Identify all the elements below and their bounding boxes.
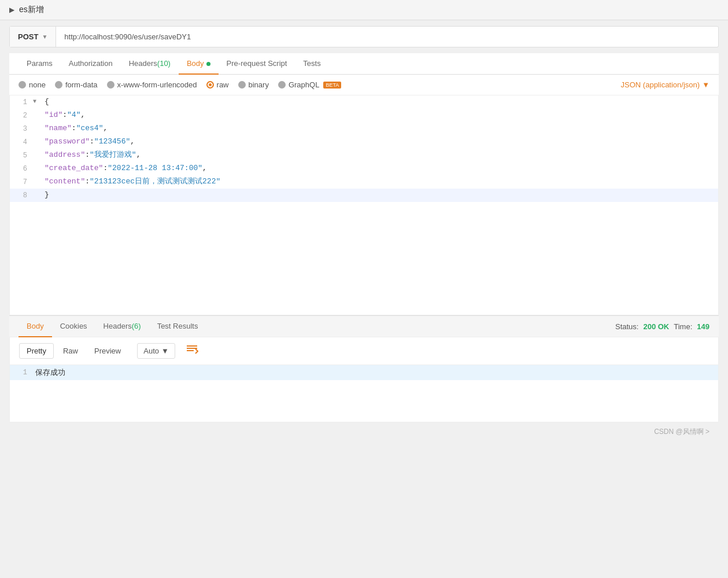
radio-none [19, 81, 26, 89]
auto-chevron: ▼ [161, 347, 169, 355]
method-chevron: ▼ [42, 34, 47, 40]
tab-headers[interactable]: Headers(10) [121, 53, 179, 75]
section-title: es新增 [19, 5, 44, 15]
request-tabs: Params Authorization Headers(10) Body Pr… [9, 53, 719, 75]
watermark: CSDN @风情啊 > [9, 422, 719, 441]
preview-button[interactable]: Preview [87, 344, 128, 358]
code-editor[interactable]: 1▼{2 "id":"4",3 "name":"ces4",4 "passwor… [9, 95, 719, 315]
code-line: 8} [10, 189, 718, 202]
radio-binary [238, 81, 246, 89]
resp-line: 1保存成功 [10, 365, 718, 380]
tab-body[interactable]: Body [179, 53, 219, 75]
tab-tests[interactable]: Tests [295, 53, 328, 75]
format-select[interactable]: JSON (application/json) ▼ [621, 80, 709, 89]
code-line: 3 "name":"ces4", [10, 122, 718, 135]
method-select[interactable]: POST ▼ [10, 27, 56, 47]
code-line: 4 "password":"123456", [10, 135, 718, 149]
code-line: 1▼{ [10, 95, 718, 109]
method-label: POST [18, 32, 38, 41]
code-line: 5 "address":"我爱打游戏", [10, 149, 718, 162]
radio-raw [206, 81, 214, 89]
beta-badge: BETA [323, 82, 341, 89]
tab-prerequest[interactable]: Pre-request Script [219, 53, 295, 75]
resp-tab-testresults[interactable]: Test Results [149, 316, 206, 337]
radio-form-data [55, 81, 62, 89]
raw-button[interactable]: Raw [56, 344, 85, 358]
resp-tab-body[interactable]: Body [19, 316, 52, 337]
time-value: 149 [697, 322, 709, 331]
option-urlencoded[interactable]: x-www-form-urlencoded [107, 80, 197, 89]
option-raw[interactable]: raw [206, 80, 229, 89]
body-options: none form-data x-www-form-urlencoded raw… [9, 75, 719, 95]
tab-authorization[interactable]: Authorization [61, 53, 121, 75]
url-input[interactable] [56, 27, 718, 47]
option-form-data[interactable]: form-data [55, 80, 98, 89]
radio-urlencoded [107, 81, 114, 89]
auto-select[interactable]: Auto ▼ [137, 343, 175, 359]
svg-rect-0 [187, 345, 197, 347]
code-line: 2 "id":"4", [10, 109, 718, 122]
body-dot [206, 62, 210, 66]
option-none[interactable]: none [19, 80, 46, 89]
resp-tab-cookies[interactable]: Cookies [52, 316, 95, 337]
option-graphql[interactable]: GraphQL BETA [278, 80, 341, 89]
radio-graphql [278, 81, 286, 89]
section-toggle[interactable]: ▶ [9, 6, 14, 14]
code-line: 6 "create_date":"2022-11-28 13:47:00", [10, 162, 718, 175]
status-area: Status: 200 OK Time: 149 [615, 322, 709, 331]
wrap-button[interactable] [182, 342, 203, 360]
response-toolbar: Pretty Raw Preview Auto ▼ [9, 337, 719, 365]
main-wrapper: ▶ es新增 POST ▼ Params Authorization Heade… [0, 0, 728, 578]
resp-tab-headers[interactable]: Headers(6) [95, 316, 149, 337]
response-tabs-bar: Body Cookies Headers(6) Test Results Sta… [9, 315, 719, 337]
tab-params[interactable]: Params [19, 53, 61, 75]
option-binary[interactable]: binary [238, 80, 269, 89]
section-header: ▶ es新增 [0, 0, 728, 20]
pretty-button[interactable]: Pretty [19, 343, 54, 359]
format-chevron: ▼ [702, 80, 709, 89]
status-value: 200 OK [643, 322, 669, 331]
code-line: 7 "content":"213123cec日前，测试测试测试222" [10, 175, 718, 189]
request-bar: POST ▼ [9, 26, 719, 47]
response-body: 1保存成功 [9, 365, 719, 422]
svg-rect-2 [187, 350, 194, 351]
